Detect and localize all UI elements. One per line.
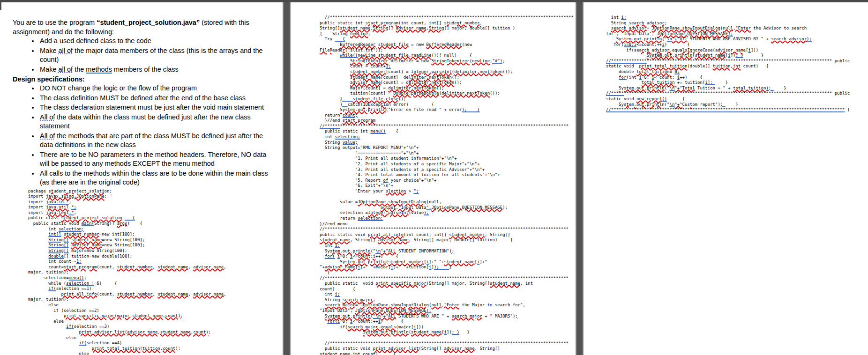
code-line: if(selection ==4) xyxy=(28,340,278,346)
text-segment: ; xyxy=(368,31,370,36)
text-segment: student_name,String[] xyxy=(340,26,393,30)
text-segment xyxy=(28,243,48,247)
text-segment: } xyxy=(459,330,470,334)
code-line: String value; xyxy=(320,140,576,146)
text-segment: JOptionPane.showInputDialog xyxy=(360,303,429,307)
text-segment: int count, int[] xyxy=(401,21,444,25)
text-segment: for(i xyxy=(327,319,340,324)
code-line: "================="+"\n"+ xyxy=(320,151,576,156)
code-line: public class student_project_solution { xyxy=(28,215,278,221)
text-segment: String[] xyxy=(320,26,340,30)
text-segment: //**************************************… xyxy=(320,341,569,346)
text-segment: student_number xyxy=(64,232,99,237)
text-segment xyxy=(320,314,325,318)
bullet-item: All of the data within the class must be… xyxy=(39,113,273,132)
code-line: print_advisor_list(advisor_name,student_… xyxy=(28,330,278,335)
text-segment: } xyxy=(340,102,347,107)
text-segment xyxy=(606,80,642,85)
code-line: //**************************************… xyxy=(320,124,576,129)
text-segment: ]) xyxy=(447,330,452,334)
text-segment: count) { xyxy=(360,352,396,355)
code-line: return count; xyxy=(320,113,576,118)
text-segment: =0; xyxy=(340,254,350,259)
code-line: "Enter your slection > "; xyxy=(320,189,576,194)
text-segment: + " MAJORS" xyxy=(482,314,513,318)
code-line: String[]student_name,String[] advisor_na… xyxy=(320,26,576,31)
text-segment: , xyxy=(153,265,158,269)
text-segment xyxy=(606,75,619,80)
page-separator-2 xyxy=(576,0,584,355)
code-line: "Input Data", JOptionPane.QUESTION_MESSA… xyxy=(320,308,576,314)
text-segment: student_name xyxy=(350,75,381,80)
text-segment: search_major xyxy=(325,303,355,307)
code-line: int i; xyxy=(606,15,868,21)
code-line: count = count+1; xyxy=(320,64,576,69)
code-line: if (selection ==2) xyxy=(28,308,278,314)
text-segment: ; } xyxy=(735,53,743,58)
text-segment: if( xyxy=(48,286,56,291)
text-segment: <=count; xyxy=(654,75,677,80)
text-segment xyxy=(28,254,48,259)
text-segment: ; xyxy=(180,313,183,318)
text-segment: "+"All xyxy=(672,37,688,41)
text-segment: the Advisor to search xyxy=(751,26,807,30)
code-line: for(i=0; i<=count;++i) { xyxy=(320,319,576,325)
code-line: else xyxy=(28,351,278,355)
text-segment: (String[] xyxy=(419,346,444,351)
text-segment: count;i xyxy=(358,254,375,259)
code-line: search_major= JOptionPane.showInputDialo… xyxy=(320,303,576,308)
text-segment: System.out.println xyxy=(325,249,371,253)
text-segment: ())!=null) { xyxy=(431,53,472,58)
code-line: for", "Input Data", JOptionPane.QUESTION… xyxy=(606,31,868,37)
text-segment: () xyxy=(662,96,667,101)
text-segment xyxy=(320,80,350,85)
text-segment: *; xyxy=(71,205,76,209)
text-segment: student_name xyxy=(411,330,441,334)
text-segment: total_tuition xyxy=(642,80,674,85)
code-line: System.out.println("\n"+"ALL STUDENTS WH… xyxy=(320,314,576,319)
text-segment: "5. Report xyxy=(320,178,383,183)
text-segment: The class definition MUST be defined aft… xyxy=(40,94,246,102)
text-segment xyxy=(320,254,325,259)
text-segment: //**************************************… xyxy=(320,227,569,231)
text-segment xyxy=(320,102,340,107)
code-line: for( i=0; i<=count;i++) { xyxy=(320,254,576,259)
text-segment: ****************************************… xyxy=(340,124,569,128)
text-segment: ); xyxy=(807,37,812,41)
code-line: return selection; xyxy=(320,216,576,222)
text-segment: "1. Print all student information"+"\n"+ xyxy=(320,156,457,161)
text-segment: All of xyxy=(40,113,55,121)
code-line: String output="RMU REPORT MENU"+"\n"+ xyxy=(320,145,576,151)
code-line: import java.io.*; xyxy=(28,200,278,205)
text-segment: StringTokenizer xyxy=(350,59,388,63)
code-line: double total_tuition= 0; xyxy=(606,69,868,75)
text-segment: int[] xyxy=(48,232,61,237)
text-segment: student_name xyxy=(444,259,475,264)
text-segment: search_major.equals xyxy=(348,325,396,329)
text-segment: System.out.println xyxy=(619,86,665,90)
text-segment: student_number xyxy=(449,232,485,237)
text-segment: (String[] major, String[] xyxy=(427,281,490,286)
text-segment: i=0;i xyxy=(624,42,636,47)
text-segment: STUDENT INFORMATION" xyxy=(396,249,449,253)
text-segment: selection; xyxy=(59,227,84,231)
text-segment: major[count] = xyxy=(320,86,388,90)
text-segment: student_project_solution; xyxy=(48,189,112,193)
text-segment: java.util xyxy=(46,205,69,209)
text-segment: = xyxy=(647,26,652,30)
text-segment: student_number xyxy=(444,21,480,25)
code-line: while (selection !=6) { xyxy=(28,281,278,287)
text-segment: =new String[100]; xyxy=(102,243,145,247)
text-segment xyxy=(320,259,340,264)
text-segment: ", xyxy=(427,205,432,210)
text-segment: student_name xyxy=(157,292,188,296)
text-segment: int xyxy=(320,243,335,248)
text-segment: ()); xyxy=(502,69,513,74)
text-segment: advisor_name xyxy=(378,237,409,242)
code-line: System.out.println("Error on file read "… xyxy=(320,107,576,113)
code-line: Try { xyxy=(320,37,576,42)
code-line: } xyxy=(320,270,576,276)
text-segment: value; xyxy=(343,140,358,145)
text-segment: "; xyxy=(414,189,419,193)
text-segment: Make xyxy=(40,47,59,54)
